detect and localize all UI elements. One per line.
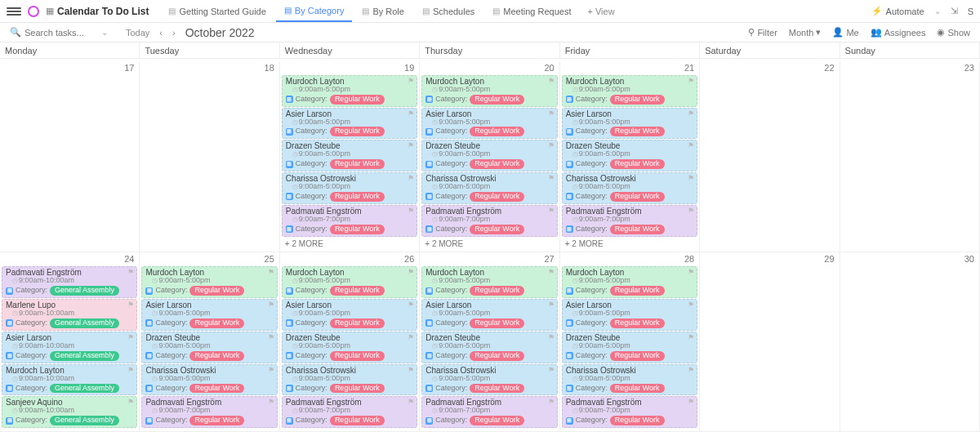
chevron-down-icon[interactable]: ⌄ <box>101 28 108 37</box>
share-icon[interactable]: ⇲ <box>951 6 958 16</box>
calendar-event[interactable]: ⚑Charissa Ostrowski◷9:00am-5:00pm⊞Catego… <box>421 364 557 396</box>
date-number: 27 <box>544 254 554 264</box>
day-cell[interactable]: 19⚑Murdoch Layton◷9:00am-5:00pm⊞Category… <box>280 61 420 253</box>
calendar-event[interactable]: ⚑Padmavati Engström◷9:00am-7:00pm⊞Catego… <box>282 396 417 428</box>
flag-icon: ⚑ <box>268 334 274 342</box>
top-bar: ▦ Calendar To Do List ▤Getting Started G… <box>0 0 980 23</box>
date-number: 20 <box>544 63 554 73</box>
tab-by-role[interactable]: ▤By Role <box>354 0 412 22</box>
automate-button[interactable]: ⚡Automate <box>871 6 924 16</box>
calendar-event[interactable]: ⚑Padmavati Engström◷9:00am-7:00pm⊞Catego… <box>421 396 557 428</box>
day-cell[interactable]: 29 <box>700 252 840 432</box>
add-view-button[interactable]: + View <box>579 7 622 16</box>
me-button[interactable]: 👤Me <box>832 27 858 38</box>
day-cell[interactable]: 28⚑Murdoch Layton◷9:00am-5:00pm⊞Category… <box>560 252 700 432</box>
show-button[interactable]: ◉Show <box>937 27 970 38</box>
flag-icon: ⚑ <box>688 207 694 216</box>
day-cell[interactable]: 30 <box>840 252 980 432</box>
app-logo-icon[interactable] <box>28 6 39 17</box>
calendar-event[interactable]: ⚑Asier Larson◷9:00am-5:00pm⊞Category:Reg… <box>141 299 277 331</box>
calendar-event[interactable]: ⚑Drazen Steube◷9:00am-5:00pm⊞Category:Re… <box>141 332 277 363</box>
calendar-event[interactable]: ⚑Murdoch Layton◷9:00am-5:00pm⊞Category:R… <box>141 266 277 298</box>
flag-icon: ⚑ <box>548 175 555 183</box>
calendar-event[interactable]: ⚑Charissa Ostrowski◷9:00am-5:00pm⊞Catego… <box>562 172 697 204</box>
day-cell[interactable]: 20⚑Murdoch Layton◷9:00am-5:00pm⊞Category… <box>420 61 559 253</box>
calendar-event[interactable]: ⚑Asier Larson◷9:00am-5:00pm⊞Category:Reg… <box>562 299 697 331</box>
day-cell[interactable]: 24⚑Padmavati Engström◷9:00am-10:00am⊞Cat… <box>0 252 140 432</box>
doc-icon: ▦ <box>46 6 54 16</box>
calendar-event[interactable]: ⚑Padmavati Engström◷9:00am-10:00am⊞Categ… <box>2 266 137 298</box>
tab-getting-started-guide[interactable]: ▤Getting Started Guide <box>160 0 274 22</box>
event-name: Asier Larson <box>425 109 554 118</box>
event-time: ◷9:00am-5:00pm <box>292 183 414 191</box>
today-button[interactable]: Today <box>126 28 149 38</box>
calendar-event[interactable]: ⚑Drazen Steube◷9:00am-5:00pm⊞Category:Re… <box>282 332 417 363</box>
category-icon: ⊞ <box>145 319 153 327</box>
calendar-event[interactable]: ⚑Charissa Ostrowski◷9:00am-5:00pm⊞Catego… <box>141 364 277 396</box>
calendar-event[interactable]: ⚑Murdoch Layton◷9:00am-5:00pm⊞Category:R… <box>562 266 697 298</box>
calendar-event[interactable]: ⚑Murdoch Layton◷9:00am-5:00pm⊞Category:R… <box>562 75 697 107</box>
menu-icon[interactable] <box>7 7 21 16</box>
flag-icon: ⚑ <box>688 175 694 183</box>
calendar-event[interactable]: ⚑Drazen Steube◷9:00am-5:00pm⊞Category:Re… <box>421 332 557 363</box>
calendar-event[interactable]: ⚑Charissa Ostrowski◷9:00am-5:00pm⊞Catego… <box>282 364 417 396</box>
calendar-event[interactable]: ⚑Asier Larson◷9:00am-5:00pm⊞Category:Reg… <box>421 299 557 331</box>
calendar-event[interactable]: ⚑Padmavati Engström◷9:00am-7:00pm⊞Catego… <box>562 396 697 428</box>
calendar-event[interactable]: ⚑Drazen Steube◷9:00am-5:00pm⊞Category:Re… <box>562 332 697 363</box>
assignees-button[interactable]: 👥Assignees <box>871 27 926 38</box>
calendar-event[interactable]: ⚑Asier Larson◷9:00am-5:00pm⊞Category:Reg… <box>282 299 417 331</box>
more-events-button[interactable]: + 2 MORE <box>420 238 559 250</box>
calendar-event[interactable]: ⚑Padmavati Engström◷9:00am-7:00pm⊞Catego… <box>562 205 697 237</box>
calendar-event[interactable]: ⚑Charissa Ostrowski◷9:00am-5:00pm⊞Catego… <box>421 172 557 204</box>
category-label: Category: <box>435 127 467 136</box>
calendar-event[interactable]: ⚑Asier Larson◷9:00am-5:00pm⊞Category:Reg… <box>421 108 557 140</box>
day-cell[interactable]: 22 <box>700 61 840 253</box>
day-cell[interactable]: 21⚑Murdoch Layton◷9:00am-5:00pm⊞Category… <box>560 61 700 253</box>
tab-label: By Role <box>372 7 404 16</box>
next-month-button[interactable]: › <box>172 28 176 38</box>
calendar-event[interactable]: ⚑Asier Larson◷9:00am-5:00pm⊞Category:Reg… <box>562 108 697 140</box>
calendar-event[interactable]: ⚑Drazen Steube◷9:00am-5:00pm⊞Category:Re… <box>562 140 697 171</box>
calendar-event[interactable]: ⚑Murdoch Layton◷9:00am-5:00pm⊞Category:R… <box>282 266 417 298</box>
more-events-button[interactable]: + 2 MORE <box>560 238 699 250</box>
calendar-event[interactable]: ⚑Murdoch Layton◷9:00am-5:00pm⊞Category:R… <box>282 75 417 107</box>
filter-button[interactable]: ⚲Filter <box>748 27 777 38</box>
flag-icon: ⚑ <box>408 78 414 86</box>
flag-icon: ⚑ <box>408 269 414 277</box>
calendar-event[interactable]: ⚑Drazen Steube◷9:00am-5:00pm⊞Category:Re… <box>421 140 557 171</box>
calendar-event[interactable]: ⚑Murdoch Layton◷9:00am-10:00am⊞Category:… <box>2 364 137 396</box>
day-cell[interactable]: 25⚑Murdoch Layton◷9:00am-5:00pm⊞Category… <box>140 252 279 432</box>
day-cell[interactable]: 17 <box>0 61 140 253</box>
category-icon: ⊞ <box>425 225 433 233</box>
chevron-down-icon[interactable]: ⌄ <box>934 7 941 16</box>
day-cell[interactable]: 18 <box>140 61 279 253</box>
day-cell[interactable]: 23 <box>840 61 980 253</box>
calendar-event[interactable]: ⚑Padmavati Engström◷9:00am-7:00pm⊞Catego… <box>282 205 417 237</box>
calendar-event[interactable]: ⚑Murdoch Layton◷9:00am-5:00pm⊞Category:R… <box>421 75 557 107</box>
calendar-event[interactable]: ⚑Padmavati Engström◷9:00am-7:00pm⊞Catego… <box>141 396 277 428</box>
calendar-event[interactable]: ⚑Sanjeev Aquino◷9:00am-10:00am⊞Category:… <box>2 396 137 428</box>
calendar-event[interactable]: ⚑Charissa Ostrowski◷9:00am-5:00pm⊞Catego… <box>282 172 417 204</box>
tab-by-category[interactable]: ▤By Category <box>276 0 353 22</box>
day-cell[interactable]: 27⚑Murdoch Layton◷9:00am-5:00pm⊞Category… <box>420 252 559 432</box>
category-pill: Regular Work <box>610 95 665 105</box>
tab-schedules[interactable]: ▤Schedules <box>414 0 483 22</box>
category-label: Category: <box>155 319 187 327</box>
more-events-button[interactable]: + 2 MORE <box>280 238 419 250</box>
calendar-event[interactable]: ⚑Marlene Lupo◷9:00am-10:00am⊞Category:Ge… <box>2 299 137 331</box>
prev-month-button[interactable]: ‹ <box>159 28 163 38</box>
day-cell[interactable]: 26⚑Murdoch Layton◷9:00am-5:00pm⊞Category… <box>280 252 420 432</box>
search-input[interactable] <box>24 28 98 38</box>
day-header: Tuesday <box>140 42 279 59</box>
event-time: ◷9:00am-5:00pm <box>572 310 694 318</box>
calendar-event[interactable]: ⚑Murdoch Layton◷9:00am-5:00pm⊞Category:R… <box>421 266 557 298</box>
calendar-event[interactable]: ⚑Drazen Steube◷9:00am-5:00pm⊞Category:Re… <box>282 140 417 171</box>
filter-icon: ⚲ <box>748 27 755 38</box>
calendar-event[interactable]: ⚑Charissa Ostrowski◷9:00am-5:00pm⊞Catego… <box>562 364 697 396</box>
calendar-event[interactable]: ⚑Padmavati Engström◷9:00am-7:00pm⊞Catego… <box>421 205 557 237</box>
calendar-event[interactable]: ⚑Asier Larson◷9:00am-10:00am⊞Category:Ge… <box>2 332 137 363</box>
category-icon: ⊞ <box>566 287 573 295</box>
month-dropdown[interactable]: Month▾ <box>789 27 822 38</box>
calendar-event[interactable]: ⚑Asier Larson◷9:00am-5:00pm⊞Category:Reg… <box>282 108 417 140</box>
tab-meeting-request[interactable]: ▤Meeting Request <box>484 0 579 22</box>
